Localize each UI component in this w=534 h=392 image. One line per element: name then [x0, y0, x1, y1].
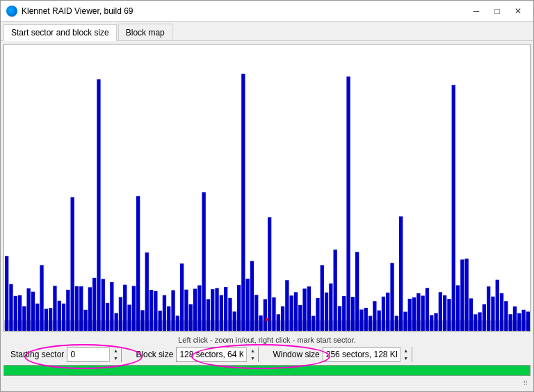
window-size-down[interactable]: ▼: [400, 354, 412, 362]
window-size-spinbox[interactable]: ▲ ▼: [323, 347, 412, 362]
chart-canvas[interactable]: [4, 44, 530, 331]
starting-sector-group: Starting sector ▲ ▼: [3, 347, 129, 362]
block-size-group: Block size ▲ ▼: [129, 347, 266, 362]
maximize-button[interactable]: □: [487, 3, 507, 19]
window-size-input[interactable]: [323, 348, 400, 361]
controls-outer: Starting sector ▲ ▼ Block size: [3, 347, 531, 365]
starting-sector-down[interactable]: ▼: [110, 354, 121, 362]
hint-text: Left click - zoom in/out, right click - …: [3, 336, 531, 344]
starting-sector-input[interactable]: [67, 348, 109, 361]
starting-sector-up[interactable]: ▲: [110, 347, 121, 354]
status-row: ⠿: [3, 377, 531, 389]
progress-bar: [3, 365, 531, 376]
minimize-button[interactable]: ─: [467, 3, 486, 19]
window-size-group: Window size ▲ ▼: [266, 347, 419, 362]
block-size-spinbox[interactable]: ▲ ▼: [176, 347, 259, 362]
close-button[interactable]: ✕: [508, 3, 528, 19]
block-size-spinner: ▲ ▼: [246, 347, 258, 362]
controls-row: Starting sector ▲ ▼ Block size: [3, 347, 531, 362]
starting-sector-spinbox[interactable]: ▲ ▼: [67, 347, 122, 362]
app-icon: [6, 6, 17, 17]
starting-sector-label: Starting sector: [10, 350, 64, 359]
title-bar: Klennet RAID Viewer, build 69 ─ □ ✕: [1, 1, 533, 22]
window-title: Klennet RAID Viewer, build 69: [22, 6, 467, 16]
window-size-up[interactable]: ▲: [400, 347, 412, 354]
window-size-spinner: ▲ ▼: [400, 347, 412, 362]
window-controls: ─ □ ✕: [467, 3, 528, 19]
block-size-input[interactable]: [177, 348, 246, 361]
main-window: Klennet RAID Viewer, build 69 ─ □ ✕ Star…: [0, 0, 534, 392]
main-content: Left click - zoom in/out, right click - …: [1, 41, 533, 391]
tab-bar: Start sector and block size Block map: [1, 22, 533, 41]
chart-area[interactable]: [3, 44, 531, 332]
block-size-down[interactable]: ▼: [247, 354, 258, 362]
block-size-up[interactable]: ▲: [247, 347, 258, 354]
progress-fill: [4, 366, 530, 375]
starting-sector-spinner: ▲ ▼: [109, 347, 121, 362]
window-size-label: Window size: [273, 350, 319, 359]
tab-start-sector[interactable]: Start sector and block size: [3, 24, 117, 41]
block-size-label: Block size: [136, 350, 173, 359]
resize-grip[interactable]: ⠿: [523, 379, 528, 387]
tab-block-map[interactable]: Block map: [118, 24, 172, 40]
